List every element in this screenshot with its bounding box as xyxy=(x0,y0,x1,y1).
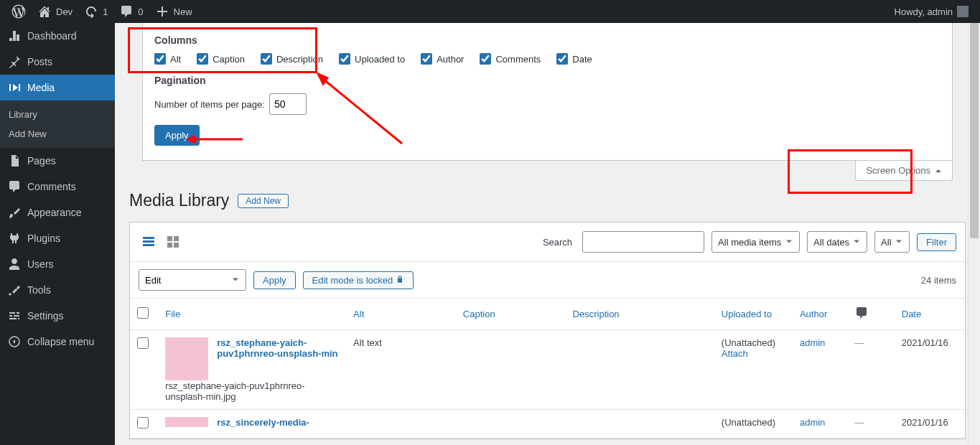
media-thumbnail[interactable] xyxy=(165,417,208,427)
updates[interactable]: 1 xyxy=(78,0,113,23)
cell-description xyxy=(566,330,714,410)
row-checkbox[interactable] xyxy=(137,337,149,349)
sidebar-sub-library[interactable]: Library xyxy=(0,105,115,124)
sidebar-item-settings[interactable]: Settings xyxy=(0,303,115,329)
author-link[interactable]: admin xyxy=(800,417,825,428)
comment-icon xyxy=(854,306,869,320)
select-all-checkbox[interactable] xyxy=(137,307,149,319)
svg-rect-4 xyxy=(167,236,172,241)
admin-sidebar: Dashboard Posts Media Library Add New Pa… xyxy=(0,23,115,445)
main-content: Columns AltCaptionDescriptionUploaded to… xyxy=(115,23,980,445)
col-author[interactable]: Author xyxy=(800,309,827,319)
column-toggle[interactable]: Author xyxy=(421,53,464,65)
column-toggle[interactable]: Alt xyxy=(154,53,181,65)
sidebar-item-label: Settings xyxy=(27,310,64,322)
sidebar-item-pages[interactable]: Pages xyxy=(0,148,115,174)
column-checkbox[interactable] xyxy=(421,53,432,65)
sidebar-item-label: Collapse menu xyxy=(27,336,94,347)
media-type-filter[interactable]: All media items xyxy=(711,231,800,253)
sidebar-item-plugins[interactable]: Plugins xyxy=(0,225,115,251)
search-input[interactable] xyxy=(582,231,704,253)
pagination-legend: Pagination xyxy=(154,75,941,86)
sidebar-item-posts[interactable]: Posts xyxy=(0,49,115,75)
svg-rect-3 xyxy=(143,244,154,246)
extra-filter[interactable]: All xyxy=(874,231,910,253)
filter-button[interactable]: Filter xyxy=(917,233,956,251)
sliders-icon xyxy=(7,309,22,323)
row-checkbox[interactable] xyxy=(137,417,149,428)
column-checkbox[interactable] xyxy=(339,53,350,65)
bulk-actions-row: Edit Apply Edit mode is locked 24 items xyxy=(130,262,965,298)
sidebar-sub-addnew[interactable]: Add New xyxy=(0,124,115,144)
column-checkbox[interactable] xyxy=(556,53,568,65)
screen-options-toggle[interactable]: Screen Options xyxy=(855,161,953,181)
column-toggle[interactable]: Date xyxy=(556,53,592,65)
edit-lock-button[interactable]: Edit mode is locked xyxy=(303,271,414,289)
table-row: rsz_stephane-yaich-puv1phrnreo-unsplash-… xyxy=(130,330,965,410)
col-file[interactable]: File xyxy=(165,309,180,319)
cell-date: 2021/01/16 xyxy=(895,410,965,439)
screen-options-apply-button[interactable]: Apply xyxy=(154,125,200,146)
media-title[interactable]: rsz_stephane-yaich-puv1phrnreo-unsplash-… xyxy=(217,337,339,359)
wp-logo[interactable] xyxy=(6,0,32,23)
media-title[interactable]: rsz_sincerely-media- xyxy=(217,417,309,428)
sidebar-item-dashboard[interactable]: Dashboard xyxy=(0,23,115,49)
sidebar-item-media[interactable]: Media xyxy=(0,75,115,100)
items-count: 24 items xyxy=(921,275,956,286)
author-link[interactable]: admin xyxy=(800,337,825,348)
per-page-wrapper: Number of items per page: xyxy=(154,93,941,115)
cell-date: 2021/01/16 xyxy=(895,330,965,410)
comments-link[interactable]: 0 xyxy=(113,0,149,23)
column-checkbox[interactable] xyxy=(261,53,272,65)
dashboard-icon xyxy=(7,29,22,43)
svg-rect-7 xyxy=(174,243,179,248)
list-view-button[interactable] xyxy=(139,232,159,252)
screen-options-panel: Columns AltCaptionDescriptionUploaded to… xyxy=(142,23,953,161)
column-toggle[interactable]: Description xyxy=(261,53,323,65)
scrollbar-thumb[interactable] xyxy=(970,23,979,238)
add-new-button[interactable]: Add New xyxy=(238,194,289,208)
sidebar-item-users[interactable]: Users xyxy=(0,251,115,277)
sidebar-item-tools[interactable]: Tools xyxy=(0,277,115,303)
plus-icon xyxy=(155,4,169,19)
col-uploaded[interactable]: Uploaded to xyxy=(722,309,772,319)
column-toggle[interactable]: Comments xyxy=(480,53,541,65)
sidebar-item-comments[interactable]: Comments xyxy=(0,174,115,200)
column-toggle[interactable]: Uploaded to xyxy=(339,53,405,65)
per-page-input[interactable] xyxy=(269,93,307,115)
svg-rect-6 xyxy=(167,243,172,248)
svg-rect-2 xyxy=(143,240,154,243)
sidebar-item-label: Comments xyxy=(27,181,76,192)
column-checkbox[interactable] xyxy=(480,53,491,65)
column-checkbox[interactable] xyxy=(154,53,166,65)
col-alt: Alt xyxy=(353,309,364,319)
column-checkbox[interactable] xyxy=(197,53,208,65)
page-header: Media Library Add New xyxy=(129,181,966,222)
svg-rect-1 xyxy=(143,237,154,239)
bulk-apply-button[interactable]: Apply xyxy=(253,271,296,289)
pin-icon xyxy=(7,55,22,69)
sidebar-item-label: Appearance xyxy=(27,207,82,218)
grid-view-button[interactable] xyxy=(163,232,183,252)
grid-icon xyxy=(166,235,180,249)
bulk-action-select[interactable]: Edit xyxy=(139,269,246,291)
table-row: rsz_sincerely-media-(Unattached)admin—20… xyxy=(130,410,965,439)
cell-caption xyxy=(456,410,566,439)
admin-toolbar: Dev 1 0 New Howdy, admin xyxy=(0,0,980,23)
column-toggle[interactable]: Caption xyxy=(197,53,245,65)
attach-link[interactable]: Attach xyxy=(722,348,785,359)
col-date[interactable]: Date xyxy=(902,309,921,319)
comments-count: 0 xyxy=(138,6,143,17)
date-filter[interactable]: All dates xyxy=(807,231,867,253)
cell-alt xyxy=(346,410,456,439)
sidebar-item-appearance[interactable]: Appearance xyxy=(0,200,115,225)
new-content[interactable]: New xyxy=(149,0,198,23)
comment-icon xyxy=(7,179,22,194)
sidebar-item-label: Posts xyxy=(27,56,52,67)
user-menu[interactable]: Howdy, admin xyxy=(889,0,974,23)
scrollbar[interactable] xyxy=(968,23,980,445)
site-link[interactable]: Dev xyxy=(32,0,78,23)
media-thumbnail[interactable] xyxy=(165,337,208,380)
sidebar-collapse[interactable]: Collapse menu xyxy=(0,329,115,355)
columns-legend: Columns xyxy=(154,34,941,46)
